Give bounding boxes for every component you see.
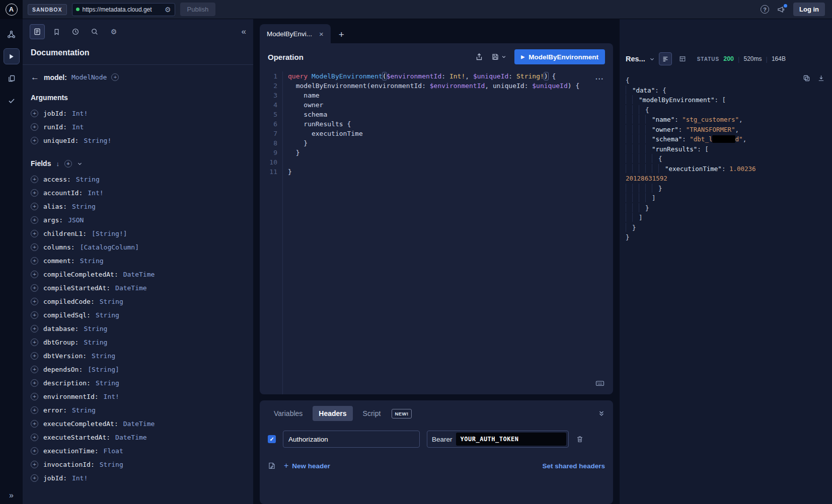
field-row[interactable]: +compileCompletedAt:DateTime <box>31 268 245 281</box>
endpoint-input[interactable]: https://metadata.cloud.get ⚙ <box>72 3 175 16</box>
field-type[interactable]: Int <box>72 123 84 131</box>
field-type[interactable]: DateTime <box>115 284 147 292</box>
add-to-query-icon[interactable]: + <box>31 176 38 183</box>
add-to-query-icon[interactable]: + <box>31 216 38 224</box>
add-to-query-icon[interactable]: + <box>31 352 38 360</box>
add-to-query-icon[interactable]: + <box>31 284 38 292</box>
field-row[interactable]: +uniqueId:String! <box>31 134 245 147</box>
response-dropdown-icon[interactable] <box>649 56 655 62</box>
field-type[interactable]: [String!] <box>92 230 127 237</box>
field-row[interactable]: +dbtVersion:String <box>31 349 245 363</box>
field-type[interactable]: Int! <box>72 474 88 482</box>
add-to-query-icon[interactable]: + <box>31 189 38 197</box>
sort-fields-icon[interactable]: ↓ <box>56 160 59 167</box>
run-button[interactable]: ▶ ModelByEnvironment <box>514 49 605 64</box>
back-icon[interactable]: ← <box>31 73 39 81</box>
field-type[interactable]: String <box>72 203 96 210</box>
collapse-request-panel-icon[interactable] <box>598 410 605 417</box>
table-view-icon[interactable] <box>676 52 689 65</box>
field-row[interactable]: +comment:String <box>31 254 245 268</box>
add-to-query-icon[interactable]: + <box>31 366 38 373</box>
set-shared-headers-link[interactable]: Set shared headers <box>542 462 605 470</box>
rail-operations-icon[interactable] <box>4 70 20 87</box>
code-line[interactable]: } <box>288 138 613 148</box>
field-row[interactable]: +error:String <box>31 403 245 417</box>
field-type[interactable]: String <box>80 257 104 265</box>
field-row[interactable]: +args:JSON <box>31 213 245 227</box>
login-button[interactable]: Log in <box>793 3 825 16</box>
add-to-query-icon[interactable]: + <box>31 137 38 144</box>
code-line[interactable]: } <box>288 167 613 177</box>
new-tab-icon[interactable]: + <box>339 30 344 43</box>
field-row[interactable]: +jobId:Int! <box>31 471 245 485</box>
field-type[interactable]: DateTime <box>123 420 155 428</box>
response-json[interactable]: {"data": {"modelByEnvironment": [{"name"… <box>626 75 758 242</box>
field-type[interactable]: String <box>72 406 96 414</box>
field-type[interactable]: String <box>84 339 107 346</box>
add-to-query-icon[interactable]: + <box>31 393 38 400</box>
collapse-docs-icon[interactable]: « <box>242 27 246 37</box>
add-to-query-icon[interactable]: + <box>31 406 38 414</box>
add-to-query-icon[interactable]: + <box>31 311 38 319</box>
field-row[interactable]: +access:String <box>31 173 245 186</box>
copy-response-icon[interactable] <box>803 74 810 82</box>
field-row[interactable]: +dbtGroup:String <box>31 335 245 349</box>
docs-settings-icon[interactable]: ⚙ <box>106 24 121 39</box>
apollo-logo[interactable]: A <box>0 0 23 19</box>
field-type[interactable]: String <box>96 311 119 319</box>
add-to-query-icon[interactable]: + <box>31 271 38 278</box>
history-icon[interactable] <box>68 24 83 39</box>
add-to-query-icon[interactable]: + <box>31 123 38 131</box>
code-line[interactable]: name <box>288 91 613 100</box>
rail-schema-icon[interactable] <box>4 26 20 42</box>
field-row[interactable]: +compiledCode:String <box>31 295 245 308</box>
field-row[interactable]: +environmentId:Int! <box>31 390 245 403</box>
code-line[interactable]: schema <box>288 110 613 119</box>
keyboard-shortcuts-icon[interactable] <box>595 379 605 387</box>
download-response-icon[interactable] <box>817 74 825 82</box>
new-header-button[interactable]: + New header <box>284 462 330 470</box>
code-line[interactable]: } <box>288 148 613 157</box>
rail-explorer-icon[interactable] <box>4 48 20 64</box>
publish-button[interactable]: Publish <box>180 3 216 16</box>
code-line[interactable]: executionTime <box>288 129 613 138</box>
tab-script[interactable]: Script <box>357 406 387 421</box>
json-view-icon[interactable] <box>659 52 672 65</box>
add-to-query-icon[interactable]: + <box>31 243 38 251</box>
bookmark-icon[interactable] <box>49 24 64 39</box>
add-to-query-icon[interactable]: + <box>31 461 38 468</box>
field-type[interactable]: String <box>100 298 123 305</box>
field-row[interactable]: +columns:[CatalogColumn] <box>31 240 245 254</box>
add-to-query-icon[interactable]: + <box>31 474 38 482</box>
share-icon[interactable] <box>475 53 483 61</box>
field-row[interactable]: +compileStartedAt:DateTime <box>31 281 245 295</box>
field-row[interactable]: +compiledSql:String <box>31 308 245 322</box>
add-to-query-icon[interactable]: + <box>31 325 38 332</box>
add-to-query-icon[interactable]: + <box>31 298 38 305</box>
field-type[interactable]: String <box>96 379 119 387</box>
field-row[interactable]: +executionTime:Float <box>31 444 245 458</box>
expand-rail-icon[interactable]: » <box>0 491 23 500</box>
delete-header-icon[interactable] <box>576 435 584 443</box>
field-row[interactable]: +executeStartedAt:DateTime <box>31 431 245 444</box>
code-line[interactable]: modelByEnvironment(environmentId: $envir… <box>288 81 613 91</box>
add-to-query-icon[interactable]: + <box>31 230 38 237</box>
code-line[interactable] <box>288 157 613 167</box>
field-type[interactable]: String <box>92 352 115 360</box>
auth-token-value[interactable]: YOUR_AUTH_TOKEN <box>456 433 566 446</box>
operation-tab[interactable]: ModelByEnvi... × <box>260 24 331 43</box>
field-type[interactable]: String <box>100 461 123 468</box>
field-row[interactable]: +jobId:Int! <box>31 107 245 120</box>
field-type[interactable]: DateTime <box>123 271 155 278</box>
response-title[interactable]: Res... <box>626 55 645 63</box>
field-type[interactable]: String <box>76 176 100 183</box>
add-to-query-icon[interactable]: + <box>31 434 38 441</box>
field-type[interactable]: String! <box>84 137 111 144</box>
search-icon[interactable] <box>87 24 102 39</box>
field-type[interactable]: Int! <box>88 189 103 197</box>
field-type[interactable]: Int! <box>104 393 119 400</box>
field-row[interactable]: +accountId:Int! <box>31 186 245 200</box>
close-tab-icon[interactable]: × <box>319 30 324 38</box>
field-type[interactable]: [CatalogColumn] <box>80 243 139 251</box>
add-to-query-icon[interactable]: + <box>31 379 38 387</box>
